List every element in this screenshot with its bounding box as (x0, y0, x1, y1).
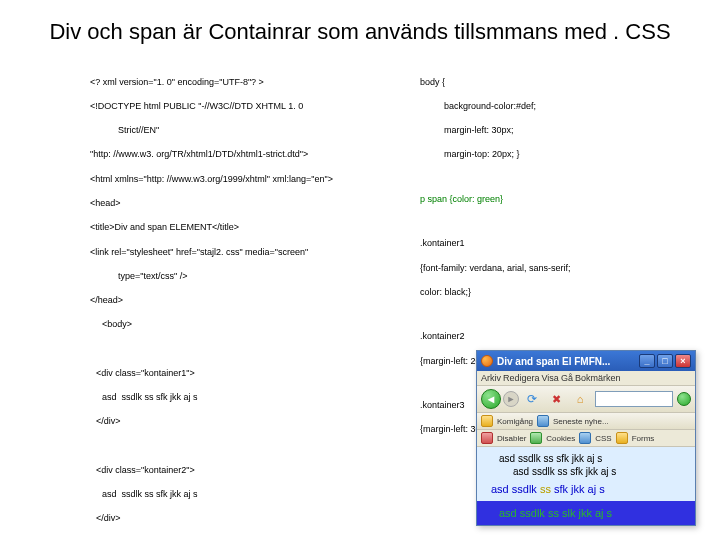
code-line: </head> (90, 294, 390, 306)
menu-bar: Arkiv Redigera Visa Gå Bokmärken (477, 371, 695, 386)
nav-toolbar: ◄ ► ⟳ ✖ ⌂ (477, 386, 695, 413)
code-line: color: black;} (420, 286, 680, 298)
back-button[interactable]: ◄ (481, 389, 501, 409)
code-line: <head> (90, 197, 390, 209)
code-line: background-color:#def; (420, 100, 680, 112)
menu-item[interactable]: Visa (542, 373, 559, 383)
firefox-icon (481, 355, 493, 367)
page-content: asd ssdlk ss sfk jkk aj s asd ssdlk ss s… (477, 447, 695, 525)
code-line: </div> (90, 415, 390, 427)
disable-icon[interactable] (481, 432, 493, 444)
code-line: .kontainer1 (420, 237, 680, 249)
code-line: <!DOCTYPE html PUBLIC "-//W3C//DTD XHTML… (90, 100, 390, 112)
menu-item[interactable]: Redigera (503, 373, 540, 383)
css-icon[interactable] (579, 432, 591, 444)
browser-window: Div and span El FMFN... _ □ × Arkiv Redi… (476, 350, 696, 526)
cookies-icon[interactable] (530, 432, 542, 444)
devtools-toolbar: Disabler Cookies CSS Forms (477, 430, 695, 447)
minimize-button[interactable]: _ (639, 354, 655, 368)
menu-item[interactable]: Gå (561, 373, 573, 383)
menu-item[interactable]: Arkiv (481, 373, 501, 383)
code-line: "http: //www.w3. org/TR/xhtml1/DTD/xhtml… (90, 148, 390, 160)
home-button[interactable]: ⌂ (569, 389, 591, 409)
kontainer3-text: asd ssdlk ss slk jkk aj s (477, 501, 695, 525)
code-line: Strict//EN" (90, 124, 390, 136)
forward-button[interactable]: ► (503, 391, 519, 407)
code-line: .kontainer2 (420, 330, 680, 342)
code-line: body { (420, 76, 680, 88)
toolbar-link[interactable]: Cookies (546, 434, 575, 443)
toolbar-link[interactable]: Disabler (497, 434, 526, 443)
reload-button[interactable]: ⟳ (521, 389, 543, 409)
slide-title: Div och span är Containrar som används t… (0, 0, 720, 46)
code-line: <? xml version="1. 0" encoding="UTF-8"? … (90, 76, 390, 88)
bookmark-link[interactable]: Seneste nyhe... (553, 417, 609, 426)
code-line: asd ssdlk ss sfk jkk aj s (90, 391, 390, 403)
kontainer2-text: asd ssdlk ss sfk jkk aj s (499, 466, 691, 477)
code-line: <link rel="stylesheet" href="stajl2. css… (90, 246, 390, 258)
code-line: asd ssdlk ss sfk jkk aj s (90, 488, 390, 500)
window-titlebar: Div and span El FMFN... _ □ × (477, 351, 695, 371)
code-line: <div class="kontainer1"> (90, 367, 390, 379)
bookmark-icon[interactable] (481, 415, 493, 427)
code-line: margin-top: 20px; } (420, 148, 680, 160)
code-line: <div class="kontainer2"> (90, 464, 390, 476)
stop-button[interactable]: ✖ (545, 389, 567, 409)
code-line: p span {color: green} (420, 193, 680, 205)
code-line: margin-left: 30px; (420, 124, 680, 136)
maximize-button[interactable]: □ (657, 354, 673, 368)
close-button[interactable]: × (675, 354, 691, 368)
bookmark-link[interactable]: Komigång (497, 417, 533, 426)
forms-icon[interactable] (616, 432, 628, 444)
menu-item[interactable]: Bokmärken (575, 373, 621, 383)
html-source-code: <? xml version="1. 0" encoding="UTF-8"? … (90, 64, 390, 541)
toolbar-link[interactable]: CSS (595, 434, 611, 443)
code-line: </div> (90, 512, 390, 524)
code-line: type="text/css" /> (90, 270, 390, 282)
window-title: Div and span El FMFN... (497, 356, 637, 367)
paragraph-text: asd ssdlk ss sfk jkk aj s (491, 483, 691, 495)
toolbar-link[interactable]: Forms (632, 434, 655, 443)
address-bar[interactable] (595, 391, 673, 407)
bookmark-toolbar: Komigång Seneste nyhe... (477, 413, 695, 430)
kontainer1-text: asd ssdlk ss sfk jkk aj s (499, 453, 691, 464)
code-line: {font-family: verdana, arial, sans-serif… (420, 262, 680, 274)
go-button[interactable] (677, 392, 691, 406)
code-line: <title>Div and span ELEMENT</title> (90, 221, 390, 233)
news-icon[interactable] (537, 415, 549, 427)
code-line: <html xmlns="http: //www.w3.org/1999/xht… (90, 173, 390, 185)
code-line: <body> (90, 318, 390, 330)
